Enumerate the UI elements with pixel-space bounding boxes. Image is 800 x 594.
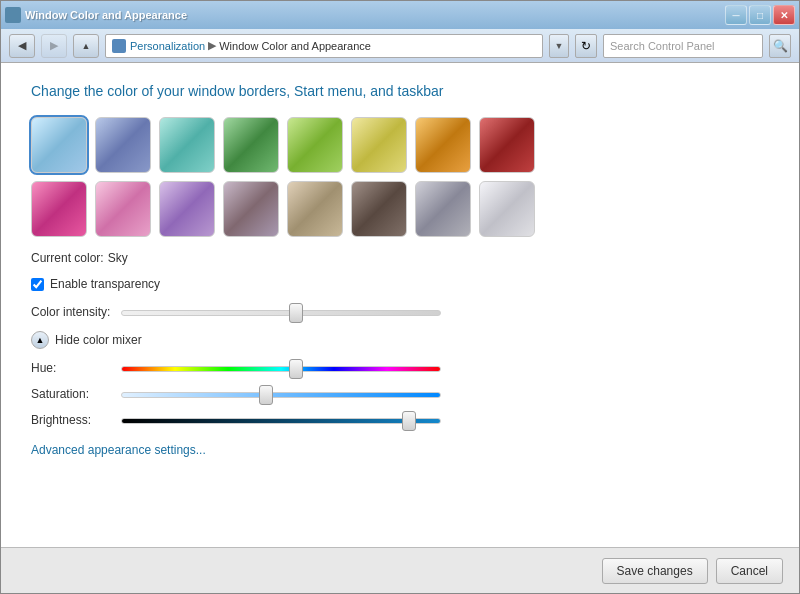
hue-label: Hue: <box>31 361 111 375</box>
intensity-label: Color intensity: <box>31 305 111 319</box>
main-content: Change the color of your window borders,… <box>1 63 799 547</box>
color-swatches <box>31 117 769 237</box>
color-swatch-silver[interactable] <box>415 181 471 237</box>
intensity-slider[interactable] <box>121 310 441 316</box>
intensity-slider-wrapper <box>121 305 441 319</box>
current-color-row: Current color: Sky <box>31 251 769 265</box>
hue-slider[interactable] <box>121 366 441 372</box>
mixer-toggle[interactable]: ▲ Hide color mixer <box>31 331 769 349</box>
current-color-name: Sky <box>108 251 128 265</box>
search-button[interactable]: 🔍 <box>769 34 791 58</box>
refresh-button[interactable]: ↻ <box>575 34 597 58</box>
breadcrumb-separator: ▶ <box>208 39 216 52</box>
transparency-label[interactable]: Enable transparency <box>50 277 160 291</box>
title-bar: Window Color and Appearance ─ □ ✕ <box>1 1 799 29</box>
saturation-slider-row: Saturation: <box>31 387 769 401</box>
page-title: Change the color of your window borders,… <box>31 83 769 99</box>
search-placeholder: Search Control Panel <box>610 40 715 52</box>
color-swatch-candy[interactable] <box>479 117 535 173</box>
breadcrumb-dropdown[interactable]: ▼ <box>549 34 569 58</box>
close-button[interactable]: ✕ <box>773 5 795 25</box>
color-swatch-leaf[interactable] <box>223 117 279 173</box>
breadcrumb-bar: Personalization ▶ Window Color and Appea… <box>105 34 543 58</box>
advanced-appearance-link[interactable]: Advanced appearance settings... <box>31 443 206 457</box>
current-color-label: Current color: <box>31 251 104 265</box>
color-swatch-sky[interactable] <box>31 117 87 173</box>
brightness-slider-wrapper <box>121 413 441 427</box>
saturation-label: Saturation: <box>31 387 111 401</box>
hue-slider-wrapper <box>121 361 441 375</box>
color-swatch-hot[interactable] <box>95 181 151 237</box>
up-button[interactable]: ▲ <box>73 34 99 58</box>
window-title: Window Color and Appearance <box>25 9 187 21</box>
saturation-slider-wrapper <box>121 387 441 401</box>
title-bar-left: Window Color and Appearance <box>5 7 187 23</box>
forward-button[interactable]: ▶ <box>41 34 67 58</box>
hue-slider-row: Hue: <box>31 361 769 375</box>
color-swatch-lime[interactable] <box>287 117 343 173</box>
brightness-slider[interactable] <box>121 418 441 424</box>
address-bar: ◀ ▶ ▲ Personalization ▶ Window Color and… <box>1 29 799 63</box>
swatch-row-1 <box>31 117 769 173</box>
cancel-button[interactable]: Cancel <box>716 558 783 584</box>
color-swatch-toffee[interactable] <box>351 117 407 173</box>
color-swatch-aqua[interactable] <box>159 117 215 173</box>
breadcrumb-item-current: Window Color and Appearance <box>219 40 371 52</box>
color-swatch-slate[interactable] <box>223 181 279 237</box>
brightness-label: Brightness: <box>31 413 111 427</box>
window: Window Color and Appearance ─ □ ✕ ◀ ▶ ▲ … <box>0 0 800 594</box>
maximize-button[interactable]: □ <box>749 5 771 25</box>
color-swatch-twilight[interactable] <box>95 117 151 173</box>
color-swatch-pink[interactable] <box>31 181 87 237</box>
search-bar[interactable]: Search Control Panel <box>603 34 763 58</box>
mixer-toggle-label: Hide color mixer <box>55 333 142 347</box>
color-swatch-storm[interactable] <box>351 181 407 237</box>
color-swatch-tan[interactable] <box>287 181 343 237</box>
footer: Save changes Cancel <box>1 547 799 593</box>
transparency-row: Enable transparency <box>31 277 769 291</box>
save-button[interactable]: Save changes <box>602 558 708 584</box>
breadcrumb-item-personalization[interactable]: Personalization <box>130 40 205 52</box>
window-icon <box>5 7 21 23</box>
saturation-slider[interactable] <box>121 392 441 398</box>
brightness-slider-row: Brightness: <box>31 413 769 427</box>
control-panel-icon <box>112 39 126 53</box>
intensity-slider-row: Color intensity: <box>31 305 769 319</box>
color-swatch-blush[interactable] <box>159 181 215 237</box>
color-swatch-orange[interactable] <box>415 117 471 173</box>
window-controls: ─ □ ✕ <box>725 5 795 25</box>
swatch-row-2 <box>31 181 769 237</box>
mixer-toggle-icon: ▲ <box>31 331 49 349</box>
back-button[interactable]: ◀ <box>9 34 35 58</box>
transparency-checkbox[interactable] <box>31 278 44 291</box>
color-swatch-frost[interactable] <box>479 181 535 237</box>
minimize-button[interactable]: ─ <box>725 5 747 25</box>
